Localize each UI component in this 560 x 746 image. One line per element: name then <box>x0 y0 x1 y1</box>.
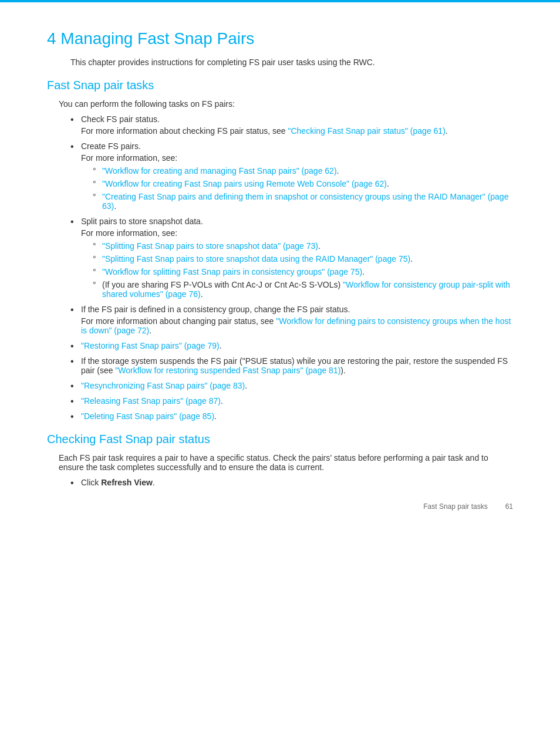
item-label: If the storage system suspends the FS pa… <box>81 356 508 375</box>
link-workflow-restoring-suspended[interactable]: "Workflow for restoring suspended Fast S… <box>115 366 340 375</box>
section2-title: Checking Fast Snap pair status <box>47 433 513 446</box>
link-checking-status[interactable]: "Checking Fast Snap pair status" (page 6… <box>288 126 446 136</box>
list-item-deleting: "Deleting Fast Snap pairs" (page 85). <box>70 411 513 421</box>
sub-item: "Splitting Fast Snap pairs to store snap… <box>93 254 513 264</box>
footer-section-label: Fast Snap pair tasks <box>423 502 487 511</box>
link-workflow-consistency-shared[interactable]: "Workflow for consistency group pair-spl… <box>102 280 510 299</box>
item-desc: For more information about changing pair… <box>81 316 513 335</box>
link-workflow-defining-pairs[interactable]: "Workflow for defining pairs to consiste… <box>81 316 511 335</box>
list-item-consistency-group: If the FS pair is defined in a consisten… <box>70 305 513 335</box>
link-splitting-store-raid[interactable]: "Splitting Fast Snap pairs to store snap… <box>102 254 410 264</box>
item-label: Check FS pair status. <box>81 114 160 124</box>
link-workflow-creating-managing[interactable]: "Workflow for creating and managing Fast… <box>102 166 337 175</box>
item-desc: For more information, see: <box>81 228 513 238</box>
link-releasing[interactable]: "Releasing Fast Snap pairs" (page 87) <box>81 396 221 406</box>
checking-list: Click Refresh View. <box>70 478 513 487</box>
sub-item: (If you are sharing FS P-VOLs with Cnt A… <box>93 280 513 299</box>
sub-item: "Workflow for splitting Fast Snap pairs … <box>93 267 513 276</box>
link-workflow-creating-rwc[interactable]: "Workflow for creating Fast Snap pairs u… <box>102 179 387 188</box>
list-item-psue: If the storage system suspends the FS pa… <box>70 356 513 375</box>
sub-list-split: "Splitting Fast Snap pairs to store snap… <box>93 241 513 299</box>
refresh-view-bold: Refresh View <box>101 478 153 487</box>
sub-list-create: "Workflow for creating and managing Fast… <box>93 166 513 211</box>
page-footer: Fast Snap pair tasks 61 <box>423 502 513 511</box>
list-item-split-pairs: Split pairs to store snapshot data. For … <box>70 217 513 299</box>
list-item-check-status: Check FS pair status. For more informati… <box>70 114 513 136</box>
item-label: Create FS pairs. <box>81 141 141 151</box>
section-checking-status: Checking Fast Snap pair status Each FS p… <box>47 433 513 487</box>
link-resynchronizing[interactable]: "Resynchronizing Fast Snap pairs" (page … <box>81 381 245 390</box>
top-border-decoration <box>0 0 560 2</box>
item-desc: For more information about checking FS p… <box>81 126 513 136</box>
item-desc: For more information, see: <box>81 153 513 163</box>
section1-title: Fast Snap pair tasks <box>47 79 513 92</box>
chapter-title: 4 Managing Fast Snap Pairs <box>47 29 513 48</box>
footer-page-number: 61 <box>505 502 513 511</box>
list-item-create-pairs: Create FS pairs. For more information, s… <box>70 141 513 211</box>
section1-intro: You can perform the following tasks on F… <box>59 99 513 109</box>
item-label: If the FS pair is defined in a consisten… <box>81 305 350 314</box>
sub-item: "Splitting Fast Snap pairs to store snap… <box>93 241 513 251</box>
refresh-view-text: Click Refresh View. <box>81 478 155 487</box>
link-splitting-store-snapshot[interactable]: "Splitting Fast Snap pairs to store snap… <box>102 241 318 251</box>
sub-item: "Creating Fast Snap pairs and defining t… <box>93 192 513 211</box>
item-label: Split pairs to store snapshot data. <box>81 217 203 226</box>
list-item-refresh-view: Click Refresh View. <box>70 478 513 487</box>
link-deleting[interactable]: "Deleting Fast Snap pairs" (page 85) <box>81 411 214 421</box>
main-list: Check FS pair status. For more informati… <box>70 114 513 421</box>
sub-item: "Workflow for creating Fast Snap pairs u… <box>93 179 513 188</box>
list-item-releasing: "Releasing Fast Snap pairs" (page 87). <box>70 396 513 406</box>
link-restoring-pairs[interactable]: "Restoring Fast Snap pairs" (page 79) <box>81 341 220 350</box>
sub-item: "Workflow for creating and managing Fast… <box>93 166 513 175</box>
section-fast-snap-pair-tasks: Fast Snap pair tasks You can perform the… <box>47 79 513 421</box>
chapter-intro: This chapter provides instructions for c… <box>70 58 513 67</box>
list-item-resync: "Resynchronizing Fast Snap pairs" (page … <box>70 381 513 390</box>
page-container: 4 Managing Fast Snap Pairs This chapter … <box>0 0 560 528</box>
section2-intro: Each FS pair task requires a pair to hav… <box>59 453 513 472</box>
link-creating-defining-raid[interactable]: "Creating Fast Snap pairs and defining t… <box>102 192 508 211</box>
list-item-restoring: "Restoring Fast Snap pairs" (page 79). <box>70 341 513 350</box>
link-workflow-splitting-consistency[interactable]: "Workflow for splitting Fast Snap pairs … <box>102 267 362 276</box>
